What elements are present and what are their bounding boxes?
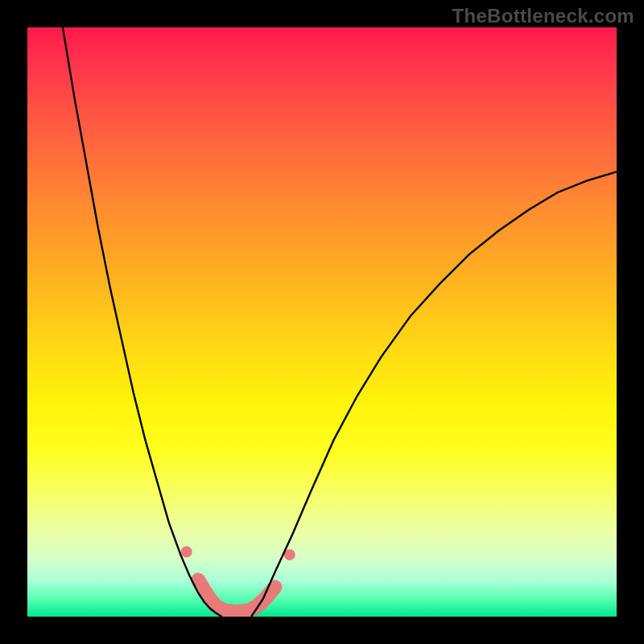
left-curve-path [63,27,222,617]
chart-svg [27,27,617,617]
chart-frame: TheBottleneck.com [0,0,644,644]
right-curve-path [251,171,617,617]
scatter-markers [181,546,295,560]
right-curve [251,171,617,617]
marker-left-upper-point [181,546,192,557]
watermark-text: TheBottleneck.com [452,5,634,27]
left-curve [63,27,222,617]
plot-area [27,27,617,617]
